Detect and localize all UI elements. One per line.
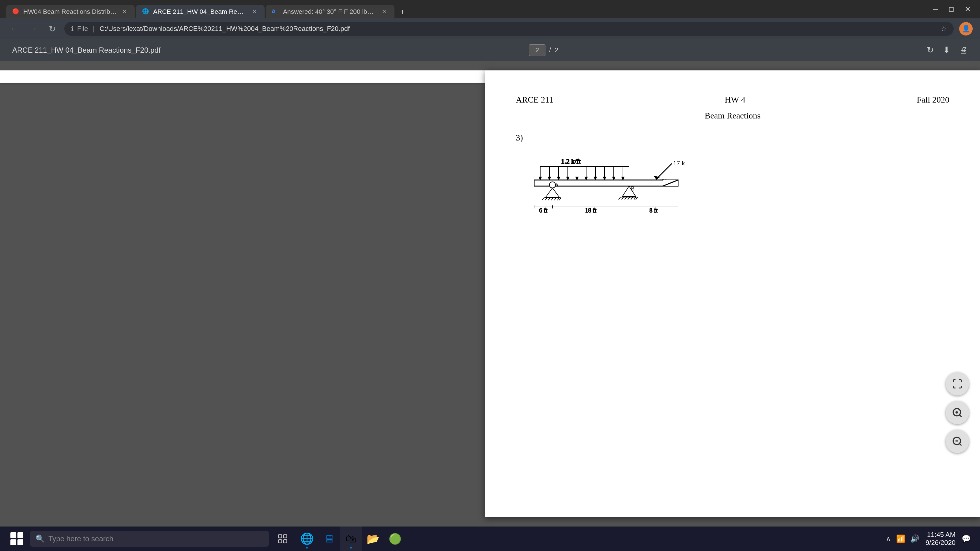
task-view-icon <box>277 533 288 544</box>
tab2-close-button[interactable]: ✕ <box>250 8 258 16</box>
pdf-download-button[interactable]: ⬇ <box>943 45 950 55</box>
svg-line-45 <box>631 197 633 200</box>
beam-diagram-svg: 1.2 k/ft <box>534 158 748 225</box>
pinned-app-chrome[interactable]: 🟢 <box>384 527 406 551</box>
pdf-hw-label: HW 4 <box>725 95 745 105</box>
fab-container <box>946 372 969 453</box>
browser-tab-3[interactable]: b Answered: 40° 30° F F 200 lbs | b... ✕ <box>266 5 395 18</box>
svg-line-41 <box>619 197 620 200</box>
pdf-page-navigation: / 2 <box>529 44 558 56</box>
svg-line-47 <box>636 197 638 200</box>
windows-logo-icon <box>10 532 23 545</box>
sys-tray-icons: ∧ 📶 🔊 <box>886 535 920 543</box>
network-icon[interactable]: 📶 <box>896 535 905 543</box>
browser-right-buttons: 👤 <box>959 22 973 35</box>
svg-line-31 <box>542 198 544 200</box>
distributed-load: 1.2 k/ft <box>539 158 629 180</box>
svg-point-28 <box>549 182 555 188</box>
svg-line-33 <box>548 198 550 200</box>
pdf-page: ARCE 211 HW 4 Fall 2020 Beam Reactions 3… <box>485 70 980 517</box>
explorer-icon: 📂 <box>367 533 379 545</box>
address-bar[interactable]: ℹ File | C:/Users/lexat/Downloads/ARCE%2… <box>64 22 954 36</box>
svg-line-32 <box>545 198 547 200</box>
svg-line-46 <box>634 197 636 200</box>
notification-center-button[interactable]: 💬 <box>962 535 971 543</box>
svg-line-43 <box>625 197 627 200</box>
address-separator: | <box>93 25 95 33</box>
address-bar-row: ← → ↻ ℹ File | C:/Users/lexat/Downloads/… <box>0 18 980 39</box>
svg-marker-29 <box>546 188 559 197</box>
svg-line-34 <box>551 198 553 200</box>
tab-bar: 🔴 HW04 Beam Reactions Distribute... ✕ 🌐 … <box>6 0 930 18</box>
tab3-close-button[interactable]: ✕ <box>380 8 388 16</box>
pinned-app-taskview[interactable]: 🖥 <box>318 527 340 551</box>
svg-text:6 ft: 6 ft <box>539 207 548 214</box>
task-view-button[interactable] <box>272 527 293 551</box>
address-right-icons: ☆ <box>941 25 947 33</box>
svg-text:18 ft: 18 ft <box>585 207 597 214</box>
pdf-refresh-button[interactable]: ↻ <box>927 45 934 55</box>
forward-button[interactable]: → <box>26 22 40 35</box>
taskview-icon: 🖥 <box>324 533 334 545</box>
edge-active-dot <box>306 547 308 549</box>
svg-rect-69 <box>283 535 287 538</box>
bookmark-icon[interactable]: ☆ <box>941 25 947 33</box>
dimension-right: 8 ft <box>629 205 678 214</box>
store-active-dot <box>350 547 352 549</box>
taskbar-clock[interactable]: 11:45 AM 9/26/2020 <box>926 531 956 547</box>
search-icon: 🔍 <box>35 535 45 543</box>
show-hidden-icons-button[interactable]: ∧ <box>886 535 891 543</box>
pinned-app-explorer[interactable]: 📂 <box>362 527 384 551</box>
start-button[interactable] <box>6 527 27 551</box>
pdf-semester-label: Fall 2020 <box>916 95 950 105</box>
svg-line-42 <box>622 197 624 200</box>
svg-text:B: B <box>631 186 635 192</box>
svg-line-62 <box>959 415 962 417</box>
pinned-app-store[interactable]: 🛍 <box>340 527 362 551</box>
taskbar-search-bar[interactable]: 🔍 Type here to search <box>30 531 269 547</box>
back-button[interactable]: ← <box>7 22 21 35</box>
svg-line-37 <box>559 198 561 200</box>
pdf-filename: ARCE 211_HW 04_Beam Reactions_F20.pdf <box>12 46 161 54</box>
taskbar: 🔍 Type here to search 🌐 🖥 🛍 📂 <box>0 527 980 551</box>
pdf-content-area: ARCE 211 HW 4 Fall 2020 Beam Reactions 3… <box>0 61 980 527</box>
new-tab-button[interactable]: + <box>396 5 409 18</box>
support-b: B <box>619 186 638 200</box>
svg-line-22 <box>657 164 672 179</box>
tab1-close-button[interactable]: ✕ <box>120 8 129 16</box>
browser-tab-1[interactable]: 🔴 HW04 Beam Reactions Distribute... ✕ <box>6 5 135 18</box>
pdf-page-input[interactable] <box>529 44 546 56</box>
user-avatar[interactable]: 👤 <box>959 22 973 35</box>
pdf-total-pages: 2 <box>555 46 558 54</box>
tab2-title: ARCE 211_HW 04_Beam Reactio... <box>153 8 247 15</box>
file-protocol-icon: ℹ <box>71 25 73 33</box>
clock-date: 9/26/2020 <box>926 539 956 547</box>
svg-rect-71 <box>283 540 287 543</box>
svg-rect-68 <box>279 535 282 538</box>
dimension-middle: 18 ft <box>552 205 629 214</box>
pdf-document-header: ARCE 211 HW 4 Fall 2020 <box>516 95 950 105</box>
svg-line-35 <box>554 198 556 200</box>
pdf-print-button[interactable]: 🖨 <box>959 45 968 55</box>
zoom-in-button[interactable] <box>946 401 969 424</box>
svg-text:1.2 k/ft: 1.2 k/ft <box>561 158 581 165</box>
svg-line-36 <box>557 198 559 200</box>
refresh-button[interactable]: ↻ <box>45 22 59 35</box>
file-label: File <box>77 25 88 33</box>
volume-icon[interactable]: 🔊 <box>910 535 920 543</box>
browser-tab-2[interactable]: 🌐 ARCE 211_HW 04_Beam Reactio... ✕ <box>136 5 265 18</box>
pinned-app-edge[interactable]: 🌐 <box>296 527 318 551</box>
pdf-viewer-header: ARCE 211_HW 04_Beam Reactions_F20.pdf / … <box>0 39 980 61</box>
fit-page-button[interactable] <box>946 372 969 395</box>
clock-time: 11:45 AM <box>926 531 956 539</box>
maximize-button[interactable]: □ <box>946 4 957 15</box>
zoom-out-button[interactable] <box>946 430 969 453</box>
close-button[interactable]: ✕ <box>962 4 974 15</box>
minimize-button[interactable]: ─ <box>930 4 941 15</box>
svg-text:8 ft: 8 ft <box>649 207 658 214</box>
page-separator: / <box>549 46 551 54</box>
taskbar-system-tray: ∧ 📶 🔊 11:45 AM 9/26/2020 💬 <box>886 531 974 547</box>
beam-diagram: 1.2 k/ft <box>534 158 950 227</box>
pdf-document-subtitle: Beam Reactions <box>516 111 950 121</box>
svg-rect-70 <box>279 540 282 543</box>
